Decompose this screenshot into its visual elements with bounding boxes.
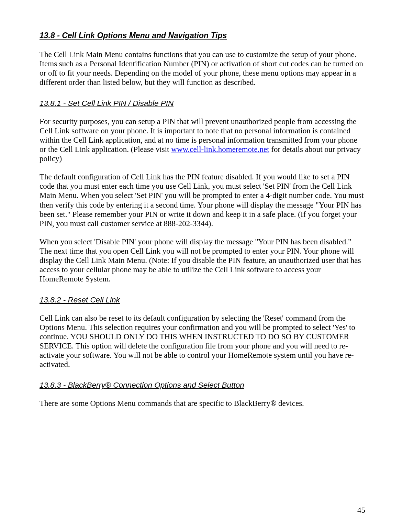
privacy-policy-link[interactable]: www.cell-link.homeremote.net (171, 145, 269, 154)
paragraph: There are some Options Menu commands tha… (40, 399, 365, 408)
heading-13-8-1: 13.8.1 - Set Cell Link PIN / Disable PIN (40, 99, 365, 108)
paragraph: The default configuration of Cell Link h… (40, 172, 365, 228)
document-page: 13.8 - Cell Link Options Menu and Naviga… (0, 0, 403, 532)
paragraph: Cell Link can also be reset to its defau… (40, 313, 365, 369)
paragraph: The Cell Link Main Menu contains functio… (40, 50, 365, 87)
paragraph: For security purposes, you can setup a P… (40, 117, 365, 164)
page-number: 45 (357, 506, 365, 515)
heading-13-8-2: 13.8.2 - Reset Cell Link (40, 296, 365, 304)
heading-13-8: 13.8 - Cell Link Options Menu and Naviga… (40, 31, 365, 40)
heading-13-8-3: 13.8.3 - BlackBerry® Connection Options … (40, 381, 365, 390)
paragraph: When you select 'Disable PIN' your phone… (40, 237, 365, 284)
